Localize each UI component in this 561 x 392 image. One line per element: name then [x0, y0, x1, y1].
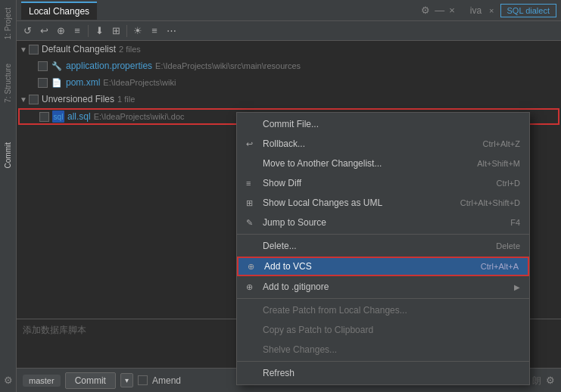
menu-label-show-diff: Show Diff	[263, 178, 497, 188]
menu-shortcut-delete: Delete	[496, 241, 520, 250]
file-name-sql: all.sql	[67, 111, 91, 122]
changelist-default-row[interactable]: ▼ Default Changelist 2 files	[17, 41, 561, 58]
unversioned-arrow: ▼	[20, 95, 29, 104]
menu-icon-rollback: ↩	[246, 139, 258, 149]
menu-icon-gitignore: ⊕	[246, 282, 258, 292]
toolbar-sep1	[88, 25, 89, 37]
context-menu: Commit File... ↩ Rollback... Ctrl+Alt+Z …	[236, 112, 530, 385]
toolbar-btn-list[interactable]: ≡	[70, 23, 85, 39]
toolbar-btn-collapse[interactable]: ≡	[147, 23, 162, 39]
menu-label-show-uml: Show Local Changes as UML	[263, 198, 460, 208]
amend-label: Amend	[152, 375, 181, 386]
changelist-default-badge: 2 files	[119, 45, 141, 54]
file-icon-app: 🔧	[51, 60, 63, 72]
menu-item-create-patch[interactable]: Create Patch from Local Changes...	[237, 300, 529, 320]
menu-sep-2	[237, 298, 529, 299]
menu-label-gitignore: Add to .gitignore	[263, 282, 514, 292]
commit-dropdown-btn[interactable]: ▾	[120, 373, 133, 387]
menu-item-rollback[interactable]: ↩ Rollback... Ctrl+Alt+Z	[237, 134, 529, 154]
description-text: 添加数据库脚本	[23, 325, 86, 335]
menu-icon-uml: ⊞	[246, 198, 258, 208]
toolbar: ↺ ↩ ⊕ ≡ ⬇ ⊞ ☀ ≡ ⋯	[17, 21, 561, 41]
panel-minimize-icon[interactable]: —	[435, 5, 444, 16]
top-tab-bar: Local Changes ⚙ — × iva × SQL dialect	[17, 0, 561, 21]
menu-shortcut-add-vcs: Ctrl+Alt+A	[481, 262, 519, 271]
changelist-unversioned-row[interactable]: ▼ Unversioned Files 1 file	[17, 91, 561, 107]
tab-close-iva[interactable]: ×	[489, 6, 494, 15]
menu-item-commit-file[interactable]: Commit File...	[237, 114, 529, 134]
branch-badge[interactable]: master	[23, 375, 61, 387]
menu-sep-1	[237, 234, 529, 235]
toolbar-btn-refresh[interactable]: ↺	[20, 23, 35, 39]
menu-item-refresh[interactable]: Refresh	[237, 363, 529, 383]
tab-iva[interactable]: iva	[463, 2, 489, 19]
amend-checkbox[interactable]	[138, 375, 148, 385]
file-path-sql: E:\IdeaProjects\wiki\.doc	[94, 112, 185, 121]
sidebar-item-project[interactable]: 1: Project	[2, 3, 14, 44]
toolbar-btn-expand[interactable]: ☀	[130, 23, 145, 39]
file-path-pom: E:\IdeaProjects\wiki	[103, 78, 176, 87]
sql-dialect-badge[interactable]: SQL dialect	[500, 4, 556, 17]
toolbar-sep2	[126, 25, 127, 37]
menu-label-copy-patch: Copy as Patch to Clipboard	[263, 325, 520, 335]
panel-settings-icon[interactable]: ⚙	[421, 5, 430, 16]
menu-sep-3	[237, 361, 529, 362]
changelist-arrow: ▼	[20, 45, 29, 54]
file-checkbox-sql[interactable]	[39, 112, 49, 122]
sidebar-settings-icon[interactable]: ⚙	[4, 375, 13, 386]
menu-shortcut-move: Alt+Shift+M	[477, 159, 520, 168]
unversioned-badge: 1 file	[117, 95, 135, 104]
file-name-pom: pom.xml	[66, 77, 100, 88]
menu-label-commit-file: Commit File...	[263, 119, 520, 129]
menu-shortcut-jump: F4	[510, 218, 520, 227]
menu-item-move-changelist[interactable]: Move to Another Changelist... Alt+Shift+…	[237, 154, 529, 173]
menu-item-show-diff[interactable]: ≡ Show Diff Ctrl+D	[237, 173, 529, 193]
menu-label-create-patch: Create Patch from Local Changes...	[263, 305, 520, 316]
menu-item-copy-patch[interactable]: Copy as Patch to Clipboard	[237, 320, 529, 340]
sidebar-item-commit[interactable]: Commit	[2, 138, 14, 173]
menu-label-add-vcs: Add to VCS	[264, 261, 481, 272]
unversioned-label: Unversioned Files	[42, 94, 114, 104]
file-checkbox-pom[interactable]	[38, 78, 48, 88]
tab-local-changes[interactable]: Local Changes	[21, 2, 97, 20]
toolbar-btn-add[interactable]: ⊕	[53, 23, 68, 39]
file-checkbox-app[interactable]	[38, 61, 48, 71]
commit-button[interactable]: Commit	[65, 372, 116, 389]
left-sidebar: 1: Project 7: Structure Commit ⚙	[0, 0, 17, 392]
file-pom-xml[interactable]: 📄 pom.xml E:\IdeaProjects\wiki	[17, 74, 561, 91]
toolbar-btn-more[interactable]: ⋯	[164, 23, 179, 39]
menu-label-move: Move to Another Changelist...	[263, 158, 477, 169]
menu-item-add-vcs[interactable]: ⊕ Add to VCS Ctrl+Alt+A	[237, 257, 529, 276]
sidebar-item-structure[interactable]: 7: Structure	[2, 59, 14, 107]
changelist-default-label: Default Changelist	[42, 44, 116, 54]
file-path-app: E:\IdeaProjects\wiki\src\main\resources	[155, 61, 301, 70]
file-icon-pom: 📄	[51, 76, 63, 89]
menu-label-refresh: Refresh	[263, 368, 520, 378]
menu-label-rollback: Rollback...	[263, 138, 482, 149]
file-name-app: application.properties	[66, 61, 152, 71]
menu-icon-add-vcs: ⊕	[248, 262, 260, 272]
toolbar-btn-grid[interactable]: ⊞	[108, 23, 123, 39]
toolbar-btn-download[interactable]: ⬇	[92, 23, 107, 39]
menu-shortcut-uml: Ctrl+Alt+Shift+D	[460, 198, 520, 207]
file-application-properties[interactable]: 🔧 application.properties E:\IdeaProjects…	[17, 58, 561, 74]
toolbar-btn-rollback[interactable]: ↩	[36, 23, 51, 39]
menu-item-shelve[interactable]: Shelve Changes...	[237, 340, 529, 359]
panel-close-icon[interactable]: ×	[449, 5, 455, 16]
changelist-checkbox[interactable]	[29, 45, 39, 54]
bottom-settings-icon[interactable]: ⚙	[546, 375, 555, 386]
unversioned-checkbox[interactable]	[29, 95, 39, 104]
menu-shortcut-diff: Ctrl+D	[497, 179, 520, 188]
menu-item-delete[interactable]: Delete... Delete	[237, 236, 529, 256]
menu-label-jump: Jump to Source	[263, 217, 510, 228]
menu-icon-jump: ✎	[246, 218, 258, 228]
file-icon-sql: sql	[52, 110, 64, 123]
menu-shortcut-rollback: Ctrl+Alt+Z	[482, 139, 520, 148]
menu-item-show-uml[interactable]: ⊞ Show Local Changes as UML Ctrl+Alt+Shi…	[237, 193, 529, 213]
menu-submenu-arrow-gitignore: ▶	[514, 283, 520, 291]
menu-label-shelve: Shelve Changes...	[263, 344, 520, 355]
menu-item-add-gitignore[interactable]: ⊕ Add to .gitignore ▶	[237, 277, 529, 297]
menu-label-delete: Delete...	[263, 241, 496, 251]
menu-icon-diff: ≡	[246, 179, 258, 188]
menu-item-jump-source[interactable]: ✎ Jump to Source F4	[237, 213, 529, 232]
